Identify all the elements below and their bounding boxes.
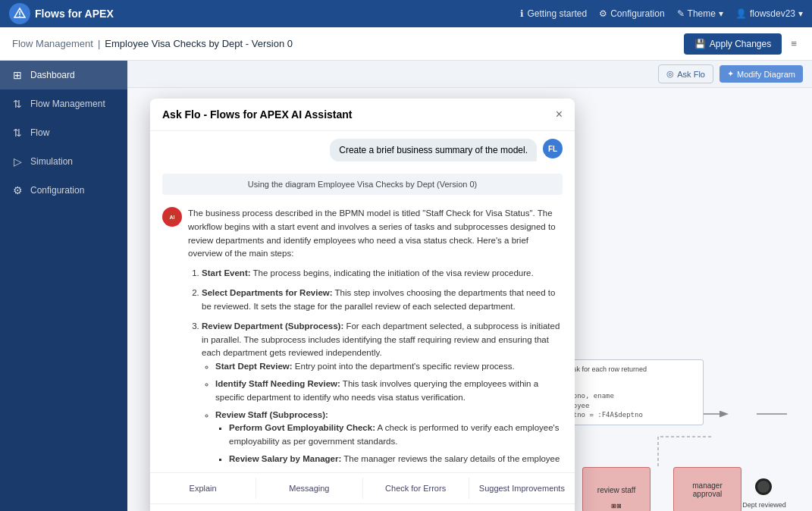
quick-actions-bar: Explain Messaging Check for Errors Sugge… xyxy=(150,472,575,503)
info-icon: ℹ xyxy=(520,8,524,19)
breadcrumb-parent[interactable]: Flow Management xyxy=(12,38,93,49)
ai-step-3-sub-2: Identify Staff Needing Review: This task… xyxy=(215,378,563,405)
ai-sub-sub-2-text: The manager reviews the salary details o… xyxy=(343,454,560,463)
ai-step-2-title: Select Departments for Review: xyxy=(202,288,333,297)
ai-input-area xyxy=(150,503,575,511)
configuration-nav[interactable]: ⚙ Configuration xyxy=(599,8,664,19)
quick-action-suggest[interactable]: Suggest Improvements xyxy=(469,478,575,499)
ai-dialog-close-button[interactable]: × xyxy=(556,108,563,121)
ai-response-row: AI The business process described in the… xyxy=(150,202,575,472)
logo-icon xyxy=(9,3,30,24)
sidebar-item-configuration[interactable]: ⚙ Configuration xyxy=(0,176,127,205)
user-message-bubble: Create a brief business summary of the m… xyxy=(330,139,537,161)
ai-step-3-sub-1: Start Dept Review: Entry point into the … xyxy=(215,360,563,374)
sidebar-item-simulation[interactable]: ▷ Simulation xyxy=(0,147,127,176)
quick-action-explain[interactable]: Explain xyxy=(150,478,256,499)
ai-step-3-sub-3-title: Review Staff (Subprocess): xyxy=(215,410,328,419)
chevron-down-icon: ▾ xyxy=(798,8,803,19)
breadcrumb: Flow Management | Employee Visa Checks b… xyxy=(12,38,293,49)
user-message-row: Create a brief business summary of the m… xyxy=(150,131,575,169)
user-avatar: FL xyxy=(543,139,563,158)
theme-nav[interactable]: ✎ Theme ▾ xyxy=(677,8,723,19)
sidebar-item-flow[interactable]: ⇅ Flow xyxy=(0,118,127,147)
chevron-down-icon: ▾ xyxy=(719,8,723,19)
dashboard-icon: ⊞ xyxy=(11,68,24,82)
user-icon: 👤 xyxy=(735,8,747,19)
simulation-icon: ▷ xyxy=(11,155,24,168)
task-review-staff[interactable]: review staff ⊞⊞ xyxy=(582,467,651,511)
ai-step-1-text: The process begins, indicating the initi… xyxy=(253,268,534,277)
breadcrumb-separator: | xyxy=(98,38,100,49)
getting-started-nav[interactable]: ℹ Getting started xyxy=(520,8,587,19)
user-nav[interactable]: 👤 flowsdev23 ▾ xyxy=(735,8,803,19)
task-manager-approval[interactable]: manager approval xyxy=(673,467,741,511)
sidebar: ⊞ Dashboard ⇅ Flow Management ⇅ Flow ▷ S… xyxy=(0,61,127,511)
ai-step-3-sub-2-title: Identify Staff Needing Review: xyxy=(215,379,340,388)
pencil-icon: ✎ xyxy=(677,8,685,19)
breadcrumb-current: Employee Visa Checks by Dept - Version 0 xyxy=(105,38,293,49)
ai-sub-sub-2: Review Salary by Manager: The manager re… xyxy=(229,453,563,465)
ai-step-3: Review Department (Subprocess): For each… xyxy=(202,320,563,465)
ai-step-1-title: Start Event: xyxy=(202,268,251,277)
top-nav-right: ℹ Getting started ⚙ Configuration ✎ Them… xyxy=(520,8,803,19)
main-layout: ⊞ Dashboard ⇅ Flow Management ⇅ Flow ▷ S… xyxy=(0,61,812,511)
ai-dialog: Ask Flo - Flows for APEX AI Assistant × … xyxy=(150,99,575,511)
end-event-label: Dept reviewed xyxy=(741,501,787,509)
ai-steps-list: Start Event: The process begins, indicat… xyxy=(188,267,563,465)
flow-management-icon: ⇅ xyxy=(11,97,24,111)
sidebar-item-flow-management[interactable]: ⇅ Flow Management xyxy=(0,89,127,118)
sidebar-item-dashboard[interactable]: ⊞ Dashboard xyxy=(0,61,127,89)
ai-dialog-header: Ask Flo - Flows for APEX AI Assistant × xyxy=(150,99,575,131)
ai-step-3-title: Review Department (Subprocess): xyxy=(202,321,343,331)
ai-step-2: Select Departments for Review: This step… xyxy=(202,287,563,314)
ai-sub-sub-1: Perform Govt Employability Check: A chec… xyxy=(229,422,563,449)
ask-flo-button[interactable]: ◎ Ask Flo xyxy=(658,64,713,83)
ai-step-3-sub-1-text: Entry point into the department's specif… xyxy=(295,362,515,371)
breadcrumb-actions: 💾 Apply Changes ≡ xyxy=(684,33,800,55)
system-message-row: Using the diagram Employee Visa Checks b… xyxy=(150,169,575,202)
config-icon: ⚙ xyxy=(11,183,24,197)
app-logo: Flows for APEX xyxy=(9,3,114,24)
ai-step-3-sub-list: Start Dept Review: Entry point into the … xyxy=(202,360,563,465)
quick-action-check-errors[interactable]: Check for Errors xyxy=(363,478,469,499)
ask-flo-icon: ◎ xyxy=(666,69,674,79)
ai-avatar: AI xyxy=(162,207,182,227)
end-event xyxy=(755,478,772,495)
breadcrumb-bar: Flow Management | Employee Visa Checks b… xyxy=(0,27,812,61)
more-options-button[interactable]: ≡ xyxy=(788,35,800,52)
top-nav: Flows for APEX ℹ Getting started ⚙ Confi… xyxy=(0,0,812,27)
apply-changes-button[interactable]: 💾 Apply Changes xyxy=(684,33,782,55)
ai-dialog-title: Ask Flo - Flows for APEX AI Assistant xyxy=(162,108,352,121)
top-nav-left: Flows for APEX xyxy=(9,3,114,24)
flow-icon: ⇅ xyxy=(11,126,24,140)
ai-step-3-sub-sub-list: Perform Govt Employability Check: A chec… xyxy=(215,422,563,465)
svg-point-2 xyxy=(19,16,20,17)
ai-step-1: Start Event: The process begins, indicat… xyxy=(202,267,563,281)
gear-icon: ⚙ xyxy=(599,8,607,19)
ai-sub-sub-2-title: Review Salary by Manager: xyxy=(229,454,341,463)
ai-response-content: The business process described in the BP… xyxy=(188,207,563,465)
ai-step-3-sub-3: Review Staff (Subprocess): Perform Govt … xyxy=(215,409,563,465)
sub-toolbar: ◎ Ask Flo ✦ Modify Diagram xyxy=(127,61,812,88)
system-message-bubble: Using the diagram Employee Visa Checks b… xyxy=(162,174,563,195)
ai-sub-sub-1-title: Perform Govt Employability Check: xyxy=(229,423,375,432)
app-name: Flows for APEX xyxy=(35,8,114,20)
ai-intro-text: The business process described in the BP… xyxy=(188,207,563,261)
content-area: ◎ Ask Flo ✦ Modify Diagram xyxy=(127,61,812,511)
modify-diagram-button[interactable]: ✦ Modify Diagram xyxy=(720,65,803,83)
svg-text:AI: AI xyxy=(170,215,175,220)
ai-step-3-sub-1-title: Start Dept Review: xyxy=(215,362,293,371)
modify-icon: ✦ xyxy=(727,69,734,79)
quick-action-messaging[interactable]: Messaging xyxy=(256,478,362,499)
task-icons: ⊞⊞ xyxy=(611,503,622,509)
save-icon: 💾 xyxy=(694,39,706,49)
